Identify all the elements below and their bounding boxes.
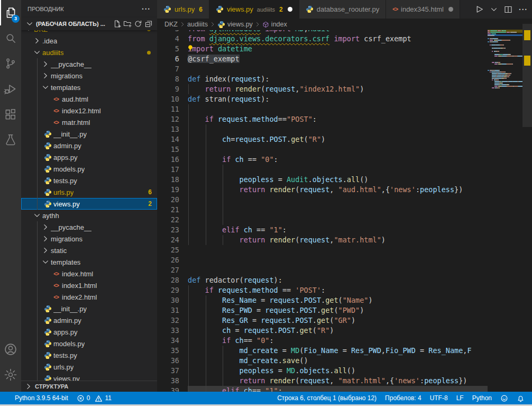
code-line-8[interactable]: 8def index(request): [157, 74, 488, 84]
tree-item-index12-html[interactable]: <>index12.html [21, 105, 157, 116]
tab-index345-html[interactable]: <>index345.html [386, 0, 460, 19]
run-python-file-button[interactable] [474, 4, 485, 15]
code-line-37[interactable]: 37peopless = MD.objects.all() [157, 366, 488, 376]
tree-item-aythh[interactable]: aythh [21, 210, 157, 221]
tree-item-pycache[interactable]: __pycache__ [21, 221, 157, 233]
code-line-32[interactable]: 32Res_GR = request.POST.get("GR") [157, 315, 488, 326]
code-line-24[interactable]: 24return render(request,"matr.html") [157, 235, 488, 245]
code-line-15[interactable]: 15 [157, 145, 488, 155]
refresh-button[interactable] [133, 19, 143, 29]
code-line-23[interactable]: 23elif ch == "1": [157, 225, 488, 235]
code-line-7[interactable]: 7 [157, 64, 488, 74]
status-indentation[interactable]: Пробелов: 4 [381, 394, 426, 402]
tree-item-migrations[interactable]: migrations [21, 233, 157, 245]
tree-item-aud-html[interactable]: <>aud.html [21, 93, 157, 105]
code-line-12[interactable]: 12if request.method=="POST": [157, 114, 488, 124]
code-line-27[interactable]: 27 [157, 265, 488, 275]
status-notifications[interactable] [512, 394, 529, 402]
activity-item-run-debug[interactable] [0, 76, 21, 102]
code-line-35[interactable]: 35md_create = MD(Fio_Name = Res_PWD,Fio_… [157, 346, 488, 356]
tree-item-models-py[interactable]: models.py [21, 338, 157, 349]
code-line-21[interactable]: 21 [157, 205, 488, 215]
code-line-6[interactable]: 6@csrf_exempt [157, 54, 488, 64]
code-line-4[interactable]: 4from django.views.decorators.csrf impor… [157, 34, 488, 44]
code-line-9[interactable]: 9return render(request,"index12.html") [157, 84, 488, 94]
code-line-39[interactable]: 39elif ch== "1": [157, 386, 488, 392]
tree-item-admin-py[interactable]: admin.py [21, 314, 157, 326]
code-line-17[interactable]: 17 [157, 165, 488, 175]
activity-item-source-control[interactable] [0, 51, 21, 76]
code-line-10[interactable]: 10def stran(request): [157, 94, 488, 104]
tree-item-static[interactable]: static [21, 245, 157, 256]
tree-item-init-py[interactable]: __init__.py [21, 128, 157, 140]
code-line-5[interactable]: 5import datetime [157, 44, 488, 54]
scrollbar[interactable] [522, 24, 532, 392]
status-python-interpreter[interactable]: Python 3.9.5 64-bit [11, 394, 72, 402]
tree-item-idea[interactable]: .idea [21, 35, 157, 47]
code-line-34[interactable]: 34if ch== "0": [157, 336, 488, 346]
code-line-16[interactable]: 16if ch == "0": [157, 155, 488, 165]
tree-item-migrations[interactable]: migrations [21, 70, 157, 82]
new-folder-button[interactable] [122, 19, 133, 29]
tree-item-views-py[interactable]: views.py2 [21, 198, 157, 210]
activity-item-testing[interactable] [0, 127, 21, 152]
tree-item-audiiits[interactable]: audiiits [21, 47, 157, 58]
tree-item-models-py[interactable]: models.py [21, 163, 157, 175]
dirty-indicator-icon[interactable] [448, 7, 453, 12]
code-line-13[interactable]: 13 [157, 124, 488, 134]
status-eol[interactable]: LF [452, 394, 468, 402]
tree-item-tests-py[interactable]: tests.py [21, 175, 157, 186]
code-line-31[interactable]: 31Res_PWD = request.POST.get("PWD") [157, 305, 488, 315]
tree-item-apps-py[interactable]: apps.py [21, 326, 157, 338]
code-line-3[interactable]: 3from aythh.models import MD,Audit [157, 30, 488, 34]
activity-item-extensions[interactable] [0, 102, 21, 127]
breadcrumb-item-dkz[interactable]: DKZ [164, 21, 178, 28]
code-line-25[interactable]: 25 [157, 245, 488, 255]
status-encoding[interactable]: UTF-8 [426, 394, 452, 402]
split-editor-button[interactable] [503, 4, 513, 15]
status-cursor-position[interactable]: Строка 6, столбец 1 (выбрано 12) [273, 394, 381, 402]
tree-item-dkz[interactable]: DKZ [21, 30, 157, 35]
tree-item-index1-html[interactable]: <>index1.html [21, 279, 157, 291]
tree-item-apps-py[interactable]: apps.py [21, 151, 157, 163]
new-file-button[interactable] [112, 19, 122, 29]
lightbulb-icon[interactable] [187, 44, 194, 52]
tree-item-admin-py[interactable]: admin.py [21, 140, 157, 151]
collapse-all-button[interactable] [143, 19, 154, 29]
tab-urls-py[interactable]: urls.py6 [157, 0, 209, 19]
tree-item-templates[interactable]: templates [21, 256, 157, 268]
breadcrumb-item-audiiits[interactable]: audiiits [187, 21, 208, 28]
tree-item-pycache[interactable]: __pycache__ [21, 58, 157, 70]
code-line-28[interactable]: 28def redactor(request): [157, 275, 488, 285]
minimap[interactable] [488, 24, 522, 392]
breadcrumb-item-views-py[interactable]: views.py [217, 21, 253, 29]
activity-item-account[interactable] [0, 337, 21, 362]
tree-item-index2-html[interactable]: <>index2.html [21, 291, 157, 303]
status-language-mode[interactable]: Python [468, 394, 496, 402]
code-line-20[interactable]: 20 [157, 195, 488, 205]
code-line-14[interactable]: 14ch=request.POST.get("R") [157, 134, 488, 145]
tab-database-roouter-py[interactable]: database_roouter.py [299, 0, 387, 19]
tree-item-urls-py[interactable]: urls.py [21, 361, 157, 373]
tree-item-urls-py[interactable]: urls.py6 [21, 186, 157, 198]
tree-item-views-py[interactable]: views.py [21, 373, 157, 381]
tree-item-init-py[interactable]: __init__.py [21, 303, 157, 314]
activity-item-settings[interactable] [0, 362, 21, 387]
run-dropdown-button[interactable] [489, 5, 499, 14]
workspace-section-header[interactable]: (РАБОЧАЯ ОБЛАСТЬ) ... [21, 17, 157, 30]
breadcrumb-item-index[interactable]: index [262, 21, 287, 28]
status-feedback[interactable] [496, 394, 512, 402]
code-line-22[interactable]: 22 [157, 215, 488, 225]
status-problems[interactable]: 011 [72, 394, 116, 402]
explorer-more-actions-icon[interactable]: ··· [142, 5, 151, 13]
dirty-indicator-icon[interactable] [288, 7, 292, 12]
tab-views-py[interactable]: views.pyaudiiits2 [209, 0, 299, 19]
more-actions-button[interactable]: ··· [518, 4, 529, 15]
activity-item-search[interactable] [0, 25, 21, 51]
tree-item-templates[interactable]: templates [21, 82, 157, 93]
code-line-29[interactable]: 29if request.method == 'POST': [157, 285, 488, 295]
code-line-11[interactable]: 11 [157, 104, 488, 114]
outline-section-header[interactable]: СТРУКТУРА [21, 381, 157, 392]
code-line-19[interactable]: 19return render(request, "aud.html",{'ne… [157, 185, 488, 195]
code-line-30[interactable]: 30Res_Name = request.POST.get("Name") [157, 295, 488, 305]
